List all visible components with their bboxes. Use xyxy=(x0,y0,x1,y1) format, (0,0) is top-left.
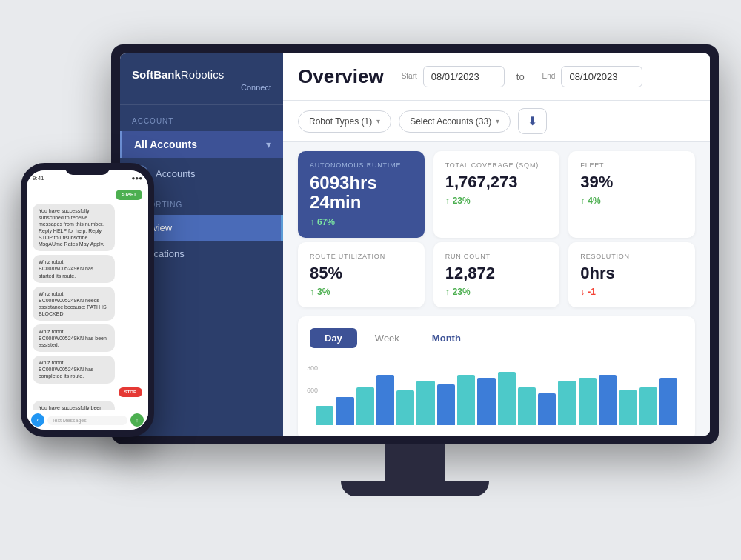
tab-day[interactable]: Day xyxy=(310,328,357,348)
logo-light: Robotics xyxy=(181,68,224,81)
chevron-down-icon: ▾ xyxy=(266,139,271,150)
phone-send-button[interactable]: ↑ xyxy=(130,413,144,427)
route-trend-arrow-icon: ↑ xyxy=(310,287,314,297)
coverage-trend-arrow-icon: ↑ xyxy=(445,196,450,206)
tab-week[interactable]: Week xyxy=(360,328,414,348)
chart-bar xyxy=(477,378,495,425)
phone-input-bar: ‹ Text Messages ↑ xyxy=(27,410,148,430)
tab-month[interactable]: Month xyxy=(417,328,476,348)
start-label: Start xyxy=(402,72,417,80)
autonomous-runtime-value: 6093hrs 24min xyxy=(310,173,413,213)
monitor-screen: SoftBankRobotics Connect ACCOUNT All Acc… xyxy=(120,53,710,436)
chart-tabs: Day Week Month xyxy=(307,325,479,351)
msg-received-2: Whiz robot BC008W005249KN has started it… xyxy=(33,255,115,282)
phone: 9:41 ●●● START You have successfully sub… xyxy=(21,163,154,437)
fleet-label: FLEET xyxy=(580,161,683,169)
end-date-input[interactable]: 08/10/2023 xyxy=(561,66,642,87)
scene: SoftBankRobotics Connect ACCOUNT All Acc… xyxy=(0,0,741,560)
fleet-card: FLEET 39% ↑ 4% xyxy=(568,151,695,238)
route-utilization-trend-value: 3% xyxy=(317,287,330,297)
accounts-chevron-icon: ▾ xyxy=(496,117,499,125)
download-icon: ⬇ xyxy=(528,115,537,127)
chart-bar xyxy=(336,397,353,425)
to-separator: to xyxy=(516,71,525,82)
route-utilization-card: ROUTE UTILIZATION 85% ↑ 3% xyxy=(298,242,425,307)
chart-bar xyxy=(396,390,414,425)
msg-received-4: Whiz robot BC008W005249KN has been assis… xyxy=(33,324,115,352)
chart-bar xyxy=(437,384,455,425)
total-coverage-value: 1,767,273 xyxy=(445,173,548,191)
all-accounts-item[interactable]: All Accounts ▾ xyxy=(120,131,283,158)
phone-back-button[interactable]: ‹ xyxy=(31,413,44,427)
run-count-trend: ↑ 23% xyxy=(445,287,548,297)
all-accounts-text: All Accounts xyxy=(134,139,197,150)
robot-types-chevron-icon: ▾ xyxy=(376,117,380,125)
select-accounts-filter[interactable]: Select Accounts (33) ▾ xyxy=(399,110,511,133)
monitor-outer: SoftBankRobotics Connect ACCOUNT All Acc… xyxy=(111,44,719,444)
run-count-label: RUN COUNT xyxy=(445,253,548,260)
fleet-trend: ↑ 4% xyxy=(580,196,683,206)
run-count-arrow-icon: ↑ xyxy=(445,287,450,297)
autonomous-runtime-trend-value: 67% xyxy=(317,217,335,227)
chart-bar xyxy=(518,387,536,425)
chart-bar xyxy=(316,406,333,425)
phone-chat-area: START You have successfully subscribed t… xyxy=(27,185,148,410)
chart-bars xyxy=(316,373,677,425)
filter-bar: Robot Types (1) ▾ Select Accounts (33) ▾… xyxy=(283,101,710,142)
logo-bold: SoftBank xyxy=(132,68,181,81)
page-title: Overview xyxy=(298,65,384,88)
resolution-label: RESOLUTION xyxy=(580,253,683,260)
fleet-trend-arrow-icon: ↑ xyxy=(580,196,585,206)
download-button[interactable]: ⬇ xyxy=(518,108,547,134)
main-header: Overview Start 08/01/2023 to End 08/10/2… xyxy=(283,53,710,101)
account-section-label: ACCOUNT xyxy=(120,105,283,131)
run-count-value: 12,872 xyxy=(445,264,548,282)
phone-status-icons: ●●● xyxy=(132,175,143,181)
total-coverage-card: TOTAL COVERAGE (SQM) 1,767,273 ↑ 23% xyxy=(433,151,560,238)
phone-screen: 9:41 ●●● START You have successfully sub… xyxy=(27,170,148,430)
fleet-value: 39% xyxy=(580,173,683,191)
logo-text: SoftBankRobotics Connect xyxy=(132,68,271,93)
run-count-card: RUN COUNT 12,872 ↑ 23% xyxy=(433,242,560,307)
trend-up-arrow-icon: ↑ xyxy=(310,217,314,227)
logo-connect: Connect xyxy=(132,83,271,93)
msg-received-6: You have successfully been unsubscribed.… xyxy=(33,401,115,410)
resolution-trend-value: -1 xyxy=(588,287,596,297)
chart-bar xyxy=(639,387,657,425)
robot-types-label: Robot Types (1) xyxy=(309,116,372,127)
monitor-stand-base xyxy=(341,481,489,496)
accounts-text: Accounts xyxy=(156,168,195,179)
msg-start: START xyxy=(116,190,142,200)
fleet-trend-value: 4% xyxy=(588,196,600,206)
autonomous-runtime-label: AUTONOMOUS RUNTIME xyxy=(310,161,413,169)
msg-received-5: Whiz robot BC008W005249KN has completed … xyxy=(33,356,115,383)
chart-bar xyxy=(599,375,617,425)
chart-bar xyxy=(619,390,637,425)
phone-notch xyxy=(65,163,110,175)
resolution-card: RESOLUTION 0hrs ↓ -1 xyxy=(568,242,695,307)
stats-grid-row2: ROUTE UTILIZATION 85% ↑ 3% RUN COUNT 12,… xyxy=(283,238,710,307)
run-count-trend-value: 23% xyxy=(453,287,471,297)
chart-bar xyxy=(579,378,597,425)
robot-types-filter[interactable]: Robot Types (1) ▾ xyxy=(298,110,391,133)
monitor: SoftBankRobotics Connect ACCOUNT All Acc… xyxy=(111,44,719,504)
resolution-trend-down-icon: ↓ xyxy=(580,287,585,297)
end-label: End xyxy=(542,72,556,80)
chart-bar xyxy=(659,378,677,425)
msg-received-3: Whiz robot BC008W005249KN needs assistan… xyxy=(33,287,115,321)
end-date-group: End 08/10/2023 xyxy=(542,66,643,87)
chart-bar xyxy=(538,393,556,425)
chart-bar xyxy=(558,381,576,425)
phone-text-input[interactable]: Text Messages xyxy=(47,416,127,425)
chart-bar xyxy=(498,372,516,425)
resolution-value: 0hrs xyxy=(580,264,683,282)
main-content: Overview Start 08/01/2023 to End 08/10/2… xyxy=(283,53,710,436)
chart-area: 800 600 xyxy=(307,364,686,431)
route-utilization-trend: ↑ 3% xyxy=(310,287,413,297)
chart-y-label-600: 600 xyxy=(307,387,318,394)
autonomous-runtime-card: AUTONOMOUS RUNTIME 6093hrs 24min ↑ 67% xyxy=(298,151,425,238)
start-date-input[interactable]: 08/01/2023 xyxy=(423,66,505,87)
route-utilization-label: ROUTE UTILIZATION xyxy=(310,253,413,260)
chart-bar xyxy=(376,375,394,425)
resolution-trend: ↓ -1 xyxy=(580,287,683,297)
